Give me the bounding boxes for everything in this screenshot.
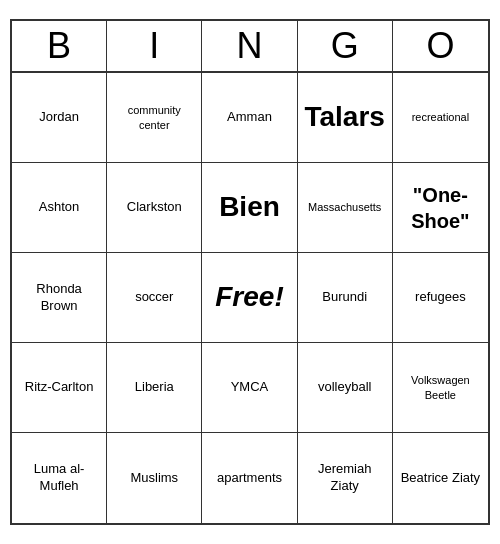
header-letter: I: [107, 21, 202, 71]
bingo-cell: Volkswagen Beetle: [393, 343, 488, 433]
bingo-header: BINGO: [12, 21, 488, 73]
bingo-cell: Clarkston: [107, 163, 202, 253]
bingo-cell: Liberia: [107, 343, 202, 433]
bingo-cell: "One-Shoe": [393, 163, 488, 253]
header-letter: B: [12, 21, 107, 71]
bingo-cell: Burundi: [298, 253, 393, 343]
bingo-cell: refugees: [393, 253, 488, 343]
bingo-cell: Talars: [298, 73, 393, 163]
bingo-cell: Ashton: [12, 163, 107, 253]
bingo-cell: Bien: [202, 163, 297, 253]
bingo-cell: soccer: [107, 253, 202, 343]
header-letter: G: [298, 21, 393, 71]
bingo-cell: Luma al-Mufleh: [12, 433, 107, 523]
bingo-cell: recreational: [393, 73, 488, 163]
bingo-cell: Beatrice Ziaty: [393, 433, 488, 523]
bingo-card: BINGO Jordancommunity centerAmmanTalarsr…: [10, 19, 490, 525]
bingo-grid: Jordancommunity centerAmmanTalarsrecreat…: [12, 73, 488, 523]
bingo-cell: Jordan: [12, 73, 107, 163]
header-letter: O: [393, 21, 488, 71]
bingo-cell: Free!: [202, 253, 297, 343]
bingo-cell: volleyball: [298, 343, 393, 433]
bingo-cell: Jeremiah Ziaty: [298, 433, 393, 523]
bingo-cell: Ritz-Carlton: [12, 343, 107, 433]
bingo-cell: Amman: [202, 73, 297, 163]
bingo-cell: community center: [107, 73, 202, 163]
bingo-cell: Rhonda Brown: [12, 253, 107, 343]
bingo-cell: Muslims: [107, 433, 202, 523]
bingo-cell: apartments: [202, 433, 297, 523]
bingo-cell: Massachusetts: [298, 163, 393, 253]
header-letter: N: [202, 21, 297, 71]
bingo-cell: YMCA: [202, 343, 297, 433]
